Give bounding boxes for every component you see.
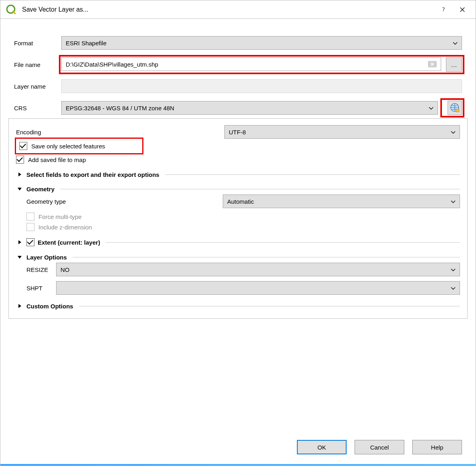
triangle-right-icon <box>16 171 23 178</box>
chevron-down-icon <box>451 129 456 136</box>
chevron-down-icon <box>451 285 456 292</box>
close-button[interactable] <box>453 0 472 19</box>
include-z-label: Include z-dimension <box>38 224 92 231</box>
geometry-label: Geometry <box>26 186 54 192</box>
layername-row: Layer name <box>14 79 462 93</box>
section-rule <box>73 257 460 257</box>
shpt-row: SHPT <box>26 281 460 295</box>
encoding-label: Encoding <box>16 129 224 136</box>
custom-options-label: Custom Options <box>26 303 73 310</box>
extent-section[interactable]: Extent (current: layer) <box>16 238 460 246</box>
triangle-down-icon <box>16 253 23 261</box>
crs-value: EPSG:32648 - WGS 84 / UTM zone 48N <box>66 105 174 111</box>
layer-options-label: Layer Options <box>26 254 67 261</box>
force-multi-checkbox <box>26 213 34 221</box>
shpt-label: SHPT <box>26 285 56 292</box>
triangle-right-icon <box>16 239 23 246</box>
browse-label: … <box>451 61 457 68</box>
select-fields-section[interactable]: Select fields to export and their export… <box>16 171 460 178</box>
form-area: Format ESRI Shapefile File name D:\GIZ\D… <box>0 19 476 115</box>
geometry-section[interactable]: Geometry <box>16 185 460 192</box>
resize-label: RESIZE <box>26 266 56 273</box>
add-saved-checkbox[interactable] <box>16 156 24 164</box>
crs-picker-button[interactable] <box>448 101 462 115</box>
geometry-type-value: Automatic <box>227 198 254 205</box>
filename-value: D:\GIZ\Data\SHP\villages_utm.shp <box>66 61 158 68</box>
force-multi-row: Force multi-type <box>26 213 460 221</box>
shpt-select[interactable] <box>56 281 460 295</box>
filename-row: File name D:\GIZ\Data\SHP\villages_utm.s… <box>14 57 462 72</box>
select-fields-label: Select fields to export and their export… <box>26 171 159 178</box>
add-saved-label: Add saved file to map <box>28 156 86 163</box>
format-row: Format ESRI Shapefile <box>14 36 462 50</box>
resize-value: NO <box>61 266 70 273</box>
clear-text-icon[interactable] <box>428 61 437 67</box>
browse-button[interactable]: … <box>446 57 462 72</box>
svg-text:?: ? <box>442 7 445 12</box>
dialog-footer: OK Cancel Help <box>0 440 476 454</box>
format-select[interactable]: ESRI Shapefile <box>61 36 462 50</box>
crs-select[interactable]: EPSG:32648 - WGS 84 / UTM zone 48N <box>61 101 438 115</box>
crs-row: CRS EPSG:32648 - WGS 84 / UTM zone 48N <box>14 101 462 115</box>
resize-select[interactable]: NO <box>56 263 460 276</box>
save-only-selected-label: Save only selected features <box>31 143 105 150</box>
geometry-type-label: Geometry type <box>26 198 91 205</box>
filename-label: File name <box>14 61 61 68</box>
section-rule <box>165 174 460 175</box>
options-panel: Encoding UTF-8 Save only selected featur… <box>8 118 468 319</box>
geometry-type-row: Geometry type Automatic <box>26 194 460 209</box>
include-z-row: Include z-dimension <box>26 223 460 231</box>
geometry-type-select[interactable]: Automatic <box>223 195 460 208</box>
layer-options-sub: RESIZE NO SHPT <box>16 262 460 295</box>
ok-button[interactable]: OK <box>297 440 347 454</box>
help-label: Help <box>431 444 444 451</box>
cancel-button[interactable]: Cancel <box>355 440 404 454</box>
save-only-selected-checkbox[interactable] <box>19 142 27 150</box>
extent-label: Extent (current: layer) <box>38 239 100 246</box>
geometry-sub: Geometry type Automatic Force multi-type… <box>16 194 460 231</box>
crs-label: CRS <box>14 105 61 111</box>
chevron-down-icon <box>453 40 458 47</box>
resize-row: RESIZE NO <box>26 262 460 277</box>
chevron-down-icon <box>429 105 434 111</box>
ok-label: OK <box>317 444 326 451</box>
save-only-selected-row: Save only selected features <box>16 139 142 153</box>
globe-icon <box>450 103 460 113</box>
title-bar: Save Vector Layer as... ? <box>0 0 476 19</box>
section-rule <box>60 189 460 189</box>
window-bottom-border <box>0 464 476 466</box>
encoding-select[interactable]: UTF-8 <box>224 125 460 139</box>
filename-input[interactable]: D:\GIZ\Data\SHP\villages_utm.shp <box>61 57 441 71</box>
help-button[interactable]: ? <box>435 0 453 19</box>
triangle-down-icon <box>16 185 23 192</box>
cancel-label: Cancel <box>370 444 389 451</box>
encoding-value: UTF-8 <box>229 129 246 136</box>
include-z-checkbox <box>26 223 34 231</box>
format-label: Format <box>14 40 61 47</box>
layername-label: Layer name <box>14 83 61 90</box>
chevron-down-icon <box>451 266 456 273</box>
force-multi-label: Force multi-type <box>38 213 82 220</box>
section-rule <box>79 306 460 306</box>
svg-rect-3 <box>456 109 459 112</box>
layer-options-section[interactable]: Layer Options <box>16 253 460 261</box>
help-button-footer[interactable]: Help <box>412 440 462 454</box>
encoding-row: Encoding UTF-8 <box>16 125 460 139</box>
format-value: ESRI Shapefile <box>66 40 107 47</box>
section-rule <box>106 242 460 243</box>
triangle-right-icon <box>16 302 23 310</box>
window-title: Save Vector Layer as... <box>22 6 435 13</box>
custom-options-section[interactable]: Custom Options <box>16 302 460 310</box>
chevron-down-icon <box>451 198 456 205</box>
qgis-logo-icon <box>6 4 16 15</box>
extent-checkbox[interactable] <box>26 238 34 246</box>
layername-input <box>61 79 462 93</box>
add-saved-row: Add saved file to map <box>16 156 460 164</box>
